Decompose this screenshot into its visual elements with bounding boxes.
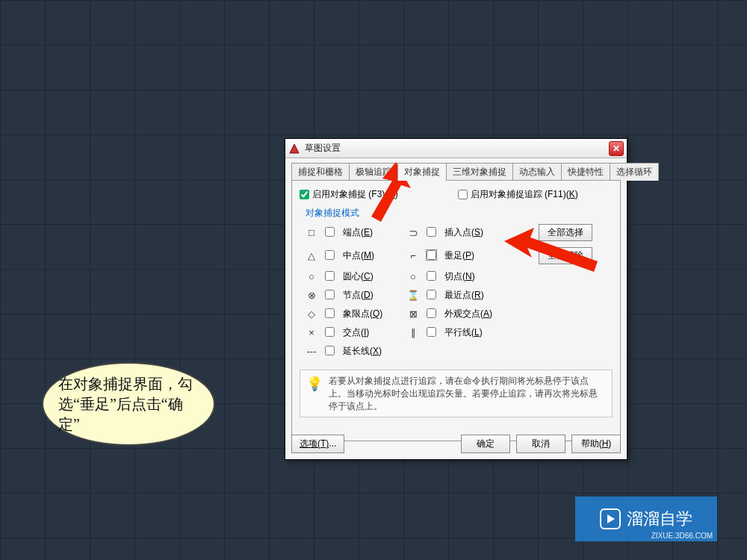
tab-quick-props[interactable]: 快捷特性	[561, 163, 610, 181]
snap-check-M[interactable]	[325, 250, 335, 260]
osnap-modes-group: 对象捕捉模式 □端点(E)⸧插入点(S)全部选择△中点(M)⌐垂足(P)全部清除…	[300, 204, 613, 364]
snap-symbol: ⌐	[407, 250, 419, 261]
bulb-icon: 💡	[306, 375, 323, 412]
snap-symbol: ◇	[306, 308, 317, 320]
snap-check-L[interactable]	[427, 327, 436, 337]
ok-button[interactable]: 确定	[461, 435, 510, 453]
snap-label: 交点(I)	[343, 326, 403, 339]
snap-label: 延长线(X)	[343, 345, 403, 358]
cancel-button[interactable]: 取消	[516, 435, 565, 453]
badge-url: ZIXUE.3D66.COM	[651, 532, 713, 540]
play-icon	[600, 508, 621, 529]
snap-symbol: ∥	[407, 327, 419, 338]
snap-symbol: ⊠	[407, 308, 419, 320]
tab-strip: 捕捉和栅格 极轴追踪 对象捕捉 三维对象捕捉 动态输入 快捷特性 选择循环	[285, 158, 627, 181]
snap-symbol: ⌛	[407, 290, 419, 301]
tab-snap-grid[interactable]: 捕捉和栅格	[291, 163, 350, 181]
snap-check-Q[interactable]	[325, 308, 335, 318]
snap-symbol: ○	[407, 271, 419, 282]
snap-label: 中点(M)	[343, 249, 403, 262]
snap-label: 垂足(P)	[444, 249, 534, 262]
snap-check-D[interactable]	[325, 290, 335, 299]
group-label: 对象捕捉模式	[306, 207, 607, 220]
close-button[interactable]: ✕	[609, 141, 624, 156]
snap-check-S[interactable]	[427, 227, 436, 237]
snap-symbol: ⊗	[306, 290, 317, 301]
snap-label: 端点(E)	[343, 226, 403, 239]
dialog-button-row: 选项(T)... 确定 取消 帮助(H)	[291, 435, 621, 453]
snap-symbol: □	[306, 227, 317, 238]
enable-track-checkbox[interactable]: 启用对象捕捉追踪 (F11)(K)	[458, 188, 578, 201]
help-button[interactable]: 帮助(H)	[571, 435, 621, 453]
tab-dyn-input[interactable]: 动态输入	[512, 163, 562, 181]
snap-label: 象限点(Q)	[343, 308, 403, 320]
snap-symbol: ×	[306, 327, 317, 338]
tab-polar[interactable]: 极轴追踪	[349, 163, 398, 181]
snap-symbol: ○	[306, 271, 317, 282]
snap-label: 圆心(C)	[343, 270, 403, 283]
tab-osnap[interactable]: 对象捕捉	[397, 163, 447, 181]
snap-label: 最近点(R)	[444, 289, 534, 302]
hint-box: 💡 若要从对象捕捉点进行追踪，请在命令执行期间将光标悬停于该点上。当移动光标时会…	[300, 370, 613, 417]
snap-symbol: ⸧	[407, 227, 419, 239]
snap-symbol: △	[306, 250, 317, 261]
app-icon	[288, 143, 300, 155]
tab-body: 启用对象捕捉 (F3)(O) 启用对象捕捉追踪 (F11)(K) 对象捕捉模式 …	[291, 180, 621, 441]
options-label: 选项(T)...	[300, 438, 336, 449]
snap-check-C[interactable]	[325, 271, 335, 281]
snap-label: 切点(N)	[444, 270, 534, 283]
snap-check-P[interactable]	[427, 250, 436, 260]
enable-osnap-checkbox[interactable]: 启用对象捕捉 (F3)(O)	[300, 188, 398, 201]
snap-check-R[interactable]	[427, 290, 436, 299]
badge-name: 溜溜自学	[627, 508, 692, 530]
options-button[interactable]: 选项(T)...	[291, 435, 344, 453]
close-icon: ✕	[613, 143, 620, 154]
snap-symbol: ---	[306, 346, 317, 357]
snap-check-I[interactable]	[325, 327, 335, 337]
select-all-button[interactable]: 全部选择	[539, 224, 592, 241]
snap-check-X[interactable]	[325, 346, 335, 355]
snap-label: 外观交点(A)	[444, 308, 534, 320]
dialog-title: 草图设置	[305, 142, 604, 155]
snap-label: 插入点(S)	[444, 226, 534, 239]
snap-label: 节点(D)	[343, 289, 403, 302]
snap-check-E[interactable]	[325, 227, 335, 237]
titlebar: 草图设置 ✕	[285, 139, 627, 158]
tab-cycle[interactable]: 选择循环	[610, 163, 659, 181]
tab-osnap3d[interactable]: 三维对象捕捉	[446, 163, 513, 181]
watermark-badge: 溜溜自学 ZIXUE.3D66.COM	[575, 497, 717, 541]
hint-text: 若要从对象捕捉点进行追踪，请在命令执行期间将光标悬停于该点上。当移动光标时会出现…	[329, 375, 606, 412]
clear-all-button[interactable]: 全部清除	[539, 247, 592, 264]
drafting-settings-dialog: 草图设置 ✕ 捕捉和栅格 极轴追踪 对象捕捉 三维对象捕捉 动态输入 快捷特性 …	[285, 138, 627, 460]
snap-check-N[interactable]	[427, 271, 436, 281]
annotation-ellipse: 在对象捕捉界面，勾选“垂足”后点击“确定”	[42, 362, 215, 446]
snap-label: 平行线(L)	[444, 326, 534, 339]
snap-check-A[interactable]	[427, 308, 436, 318]
annotation-text: 在对象捕捉界面，勾选“垂足”后点击“确定”	[58, 374, 199, 435]
